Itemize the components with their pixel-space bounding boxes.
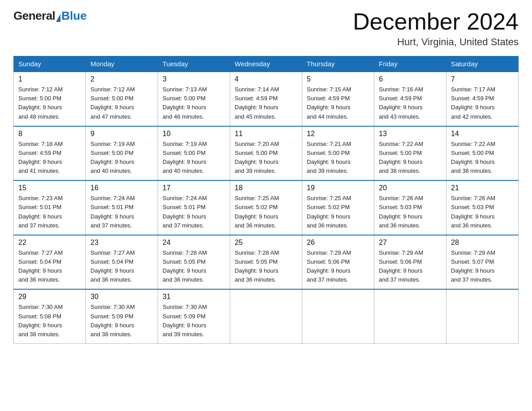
calendar-cell: 24 Sunrise: 7:28 AMSunset: 5:05 PMDaylig…	[158, 235, 230, 290]
day-info: Sunrise: 7:28 AMSunset: 5:05 PMDaylight:…	[163, 249, 207, 283]
calendar-cell: 13 Sunrise: 7:22 AMSunset: 5:00 PMDaylig…	[374, 126, 446, 181]
calendar-cell: 3 Sunrise: 7:13 AMSunset: 5:00 PMDayligh…	[158, 72, 230, 126]
calendar-cell: 11 Sunrise: 7:20 AMSunset: 5:00 PMDaylig…	[230, 126, 302, 181]
calendar-table: Sunday Monday Tuesday Wednesday Thursday…	[13, 56, 519, 344]
calendar-week-row: 1 Sunrise: 7:12 AMSunset: 5:00 PMDayligh…	[14, 72, 519, 126]
day-number: 3	[163, 75, 225, 83]
calendar-cell	[230, 289, 302, 343]
day-number: 12	[307, 130, 369, 138]
calendar-cell: 15 Sunrise: 7:23 AMSunset: 5:01 PMDaylig…	[14, 180, 86, 235]
calendar-cell: 27 Sunrise: 7:29 AMSunset: 5:06 PMDaylig…	[374, 235, 446, 290]
day-info: Sunrise: 7:20 AMSunset: 5:00 PMDaylight:…	[235, 141, 279, 174]
calendar-cell: 4 Sunrise: 7:14 AMSunset: 4:59 PMDayligh…	[230, 72, 302, 126]
day-info: Sunrise: 7:23 AMSunset: 5:01 PMDaylight:…	[18, 195, 63, 228]
day-number: 1	[18, 75, 81, 83]
day-info: Sunrise: 7:27 AMSunset: 5:04 PMDaylight:…	[18, 249, 63, 283]
calendar-cell	[374, 289, 446, 343]
day-info: Sunrise: 7:30 AMSunset: 5:08 PMDaylight:…	[18, 304, 63, 337]
day-number: 9	[90, 130, 153, 138]
day-info: Sunrise: 7:27 AMSunset: 5:04 PMDaylight:…	[90, 249, 135, 283]
col-saturday: Saturday	[446, 56, 519, 72]
day-number: 21	[451, 184, 514, 192]
day-info: Sunrise: 7:13 AMSunset: 5:00 PMDaylight:…	[163, 86, 207, 120]
day-number: 16	[90, 184, 153, 192]
logo-general-text: General	[13, 9, 55, 23]
day-number: 19	[307, 184, 369, 192]
day-info: Sunrise: 7:28 AMSunset: 5:05 PMDaylight:…	[235, 249, 279, 283]
day-number: 28	[451, 239, 514, 247]
day-number: 11	[235, 130, 297, 138]
day-number: 2	[90, 75, 153, 83]
calendar-cell: 14 Sunrise: 7:22 AMSunset: 5:00 PMDaylig…	[446, 126, 519, 181]
day-info: Sunrise: 7:25 AMSunset: 5:02 PMDaylight:…	[235, 195, 279, 228]
col-wednesday: Wednesday	[230, 56, 302, 72]
col-tuesday: Tuesday	[158, 56, 230, 72]
calendar-cell	[446, 289, 519, 343]
calendar-cell: 18 Sunrise: 7:25 AMSunset: 5:02 PMDaylig…	[230, 180, 302, 235]
day-number: 8	[18, 130, 81, 138]
day-info: Sunrise: 7:30 AMSunset: 5:09 PMDaylight:…	[90, 304, 135, 337]
col-friday: Friday	[374, 56, 446, 72]
day-number: 10	[163, 130, 225, 138]
day-info: Sunrise: 7:29 AMSunset: 5:06 PMDaylight:…	[379, 249, 423, 283]
day-info: Sunrise: 7:24 AMSunset: 5:01 PMDaylight:…	[90, 195, 135, 228]
day-number: 18	[235, 184, 297, 192]
day-info: Sunrise: 7:21 AMSunset: 5:00 PMDaylight:…	[307, 141, 351, 174]
day-number: 22	[18, 239, 81, 247]
calendar-cell: 16 Sunrise: 7:24 AMSunset: 5:01 PMDaylig…	[86, 180, 158, 235]
location-title: Hurt, Virginia, United States	[353, 36, 519, 48]
calendar-cell: 30 Sunrise: 7:30 AMSunset: 5:09 PMDaylig…	[86, 289, 158, 343]
day-number: 27	[379, 239, 442, 247]
calendar-cell: 9 Sunrise: 7:19 AMSunset: 5:00 PMDayligh…	[86, 126, 158, 181]
day-number: 20	[379, 184, 442, 192]
calendar-week-row: 22 Sunrise: 7:27 AMSunset: 5:04 PMDaylig…	[14, 235, 519, 290]
calendar-cell: 19 Sunrise: 7:25 AMSunset: 5:02 PMDaylig…	[302, 180, 374, 235]
col-sunday: Sunday	[14, 56, 86, 72]
calendar-cell: 31 Sunrise: 7:30 AMSunset: 5:09 PMDaylig…	[158, 289, 230, 343]
day-number: 13	[379, 130, 442, 138]
day-info: Sunrise: 7:26 AMSunset: 5:03 PMDaylight:…	[451, 195, 495, 228]
calendar-cell: 25 Sunrise: 7:28 AMSunset: 5:05 PMDaylig…	[230, 235, 302, 290]
calendar-cell: 1 Sunrise: 7:12 AMSunset: 5:00 PMDayligh…	[14, 72, 86, 126]
col-thursday: Thursday	[302, 56, 374, 72]
calendar-week-row: 15 Sunrise: 7:23 AMSunset: 5:01 PMDaylig…	[14, 180, 519, 235]
calendar-cell: 17 Sunrise: 7:24 AMSunset: 5:01 PMDaylig…	[158, 180, 230, 235]
day-info: Sunrise: 7:12 AMSunset: 5:00 PMDaylight:…	[90, 86, 135, 120]
day-info: Sunrise: 7:18 AMSunset: 4:59 PMDaylight:…	[18, 141, 63, 174]
calendar-cell: 29 Sunrise: 7:30 AMSunset: 5:08 PMDaylig…	[14, 289, 86, 343]
calendar-cell: 21 Sunrise: 7:26 AMSunset: 5:03 PMDaylig…	[446, 180, 519, 235]
day-number: 17	[163, 184, 225, 192]
day-info: Sunrise: 7:15 AMSunset: 4:59 PMDaylight:…	[307, 86, 351, 120]
calendar-cell: 6 Sunrise: 7:16 AMSunset: 4:59 PMDayligh…	[374, 72, 446, 126]
day-number: 30	[90, 293, 153, 301]
logo-triangle-icon	[56, 14, 60, 22]
title-block: December 2024 Hurt, Virginia, United Sta…	[353, 9, 519, 48]
day-number: 24	[163, 239, 225, 247]
calendar-cell: 2 Sunrise: 7:12 AMSunset: 5:00 PMDayligh…	[86, 72, 158, 126]
day-info: Sunrise: 7:19 AMSunset: 5:00 PMDaylight:…	[163, 141, 207, 174]
page-header: General Blue December 2024 Hurt, Virgini…	[13, 9, 519, 48]
day-info: Sunrise: 7:26 AMSunset: 5:03 PMDaylight:…	[379, 195, 423, 228]
day-number: 15	[18, 184, 81, 192]
calendar-week-row: 8 Sunrise: 7:18 AMSunset: 4:59 PMDayligh…	[14, 126, 519, 181]
day-info: Sunrise: 7:16 AMSunset: 4:59 PMDaylight:…	[379, 86, 423, 120]
day-number: 25	[235, 239, 297, 247]
calendar-cell: 22 Sunrise: 7:27 AMSunset: 5:04 PMDaylig…	[14, 235, 86, 290]
day-number: 26	[307, 239, 369, 247]
day-number: 31	[163, 293, 225, 301]
day-info: Sunrise: 7:17 AMSunset: 4:59 PMDaylight:…	[451, 86, 495, 120]
calendar-cell: 8 Sunrise: 7:18 AMSunset: 4:59 PMDayligh…	[14, 126, 86, 181]
calendar-cell: 12 Sunrise: 7:21 AMSunset: 5:00 PMDaylig…	[302, 126, 374, 181]
day-info: Sunrise: 7:29 AMSunset: 5:06 PMDaylight:…	[307, 249, 351, 283]
col-monday: Monday	[86, 56, 158, 72]
day-number: 5	[307, 75, 369, 83]
day-info: Sunrise: 7:22 AMSunset: 5:00 PMDaylight:…	[451, 141, 495, 174]
calendar-cell: 28 Sunrise: 7:29 AMSunset: 5:07 PMDaylig…	[446, 235, 519, 290]
day-info: Sunrise: 7:25 AMSunset: 5:02 PMDaylight:…	[307, 195, 351, 228]
day-info: Sunrise: 7:19 AMSunset: 5:00 PMDaylight:…	[90, 141, 135, 174]
month-title: December 2024	[353, 9, 519, 34]
day-info: Sunrise: 7:22 AMSunset: 5:00 PMDaylight:…	[379, 141, 423, 174]
day-number: 6	[379, 75, 442, 83]
calendar-cell: 10 Sunrise: 7:19 AMSunset: 5:00 PMDaylig…	[158, 126, 230, 181]
calendar-cell: 20 Sunrise: 7:26 AMSunset: 5:03 PMDaylig…	[374, 180, 446, 235]
